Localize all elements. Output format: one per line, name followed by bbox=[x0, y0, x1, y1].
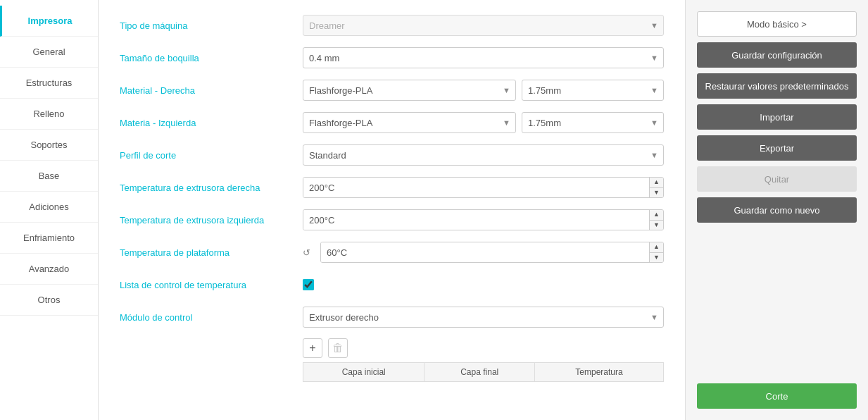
temp-right-input[interactable] bbox=[303, 178, 649, 197]
material-left-type-wrap: Flashforge-PLA Flashforge-ABS Custom ▼ bbox=[303, 112, 516, 133]
save-config-button[interactable]: Guardar configuración bbox=[697, 42, 857, 68]
material-left-control: Flashforge-PLA Flashforge-ABS Custom ▼ 1… bbox=[303, 112, 664, 133]
control-module-label: Módulo de control bbox=[120, 312, 303, 323]
temp-left-input[interactable] bbox=[303, 210, 649, 230]
reset-icon[interactable]: ↺ bbox=[303, 247, 310, 258]
cut-profile-row: Perfil de corte Standard Fine Draft ▼ bbox=[120, 144, 664, 166]
col-capa-final: Capa final bbox=[424, 363, 535, 382]
temp-platform-spin-btns: ▲ ▼ bbox=[649, 242, 663, 262]
cut-profile-control: Standard Fine Draft ▼ bbox=[303, 144, 664, 166]
nozzle-control: 0.4 mm 0.2 mm 0.6 mm 0.8 mm ▼ bbox=[303, 47, 664, 68]
col-capa-inicial: Capa inicial bbox=[303, 363, 424, 382]
material-right-row: Material - Derecha Flashforge-PLA Flashf… bbox=[120, 79, 664, 101]
temp-left-label: Temperatura de extrusora izquierda bbox=[120, 215, 303, 226]
sidebar-item-general[interactable]: General bbox=[0, 37, 98, 68]
machine-type-label: Tipo de máquina bbox=[120, 20, 303, 31]
nozzle-label: Tamaño de boquilla bbox=[120, 53, 303, 63]
temp-right-up-btn[interactable]: ▲ bbox=[650, 178, 663, 188]
sidebar-item-otros[interactable]: Otros bbox=[0, 285, 98, 316]
cut-profile-label: Perfil de corte bbox=[120, 150, 303, 161]
control-module-select-wrap: Extrusor derecho Extrusor izquierdo ▼ bbox=[303, 307, 664, 328]
nozzle-row: Tamaño de boquilla 0.4 mm 0.2 mm 0.6 mm … bbox=[120, 47, 664, 69]
add-row-button[interactable]: + bbox=[303, 338, 322, 358]
temp-right-label: Temperatura de extrusora derecha bbox=[120, 183, 303, 193]
main-content: Tipo de máquina Dreamer ▼ Tamaño de boqu… bbox=[99, 0, 685, 420]
trash-icon: 🗑 bbox=[332, 342, 344, 354]
material-right-selects: Flashforge-PLA Flashforge-ABS Custom ▼ 1… bbox=[303, 80, 664, 101]
sidebar-item-adiciones[interactable]: Adiciones bbox=[0, 192, 98, 223]
sidebar: Impresora General Estructuras Relleno So… bbox=[0, 0, 99, 420]
sidebar-item-estructuras[interactable]: Estructuras bbox=[0, 68, 98, 99]
temp-platform-row: Temperatura de plataforma ↺ ▲ ▼ bbox=[120, 241, 664, 264]
material-left-label: Materia - Izquierda bbox=[120, 118, 303, 128]
material-right-type-select[interactable]: Flashforge-PLA Flashforge-ABS Custom bbox=[303, 80, 516, 101]
temp-platform-control: ↺ ▲ ▼ bbox=[303, 242, 664, 263]
machine-type-select-wrap: Dreamer ▼ bbox=[303, 15, 664, 36]
temp-platform-spinbox: ▲ ▼ bbox=[320, 242, 664, 263]
sidebar-item-enfriamiento[interactable]: Enfriamiento bbox=[0, 223, 98, 254]
material-right-size-select[interactable]: 1.75mm 3.00mm bbox=[522, 80, 664, 101]
nozzle-select[interactable]: 0.4 mm 0.2 mm 0.6 mm 0.8 mm bbox=[303, 47, 664, 68]
material-left-size-select[interactable]: 1.75mm 3.00mm bbox=[522, 112, 664, 133]
sidebar-item-base[interactable]: Base bbox=[0, 161, 98, 192]
temp-control-checkbox[interactable] bbox=[303, 279, 314, 290]
machine-type-row: Tipo de máquina Dreamer ▼ bbox=[120, 14, 664, 37]
cut-profile-select-wrap: Standard Fine Draft ▼ bbox=[303, 144, 664, 166]
temp-control-control bbox=[303, 279, 664, 290]
save-new-button[interactable]: Guardar como nuevo bbox=[697, 197, 857, 223]
machine-type-select[interactable]: Dreamer bbox=[303, 15, 664, 36]
table-controls: + 🗑 bbox=[303, 338, 664, 358]
cut-profile-select[interactable]: Standard Fine Draft bbox=[303, 144, 664, 166]
temperature-table: Capa inicial Capa final Temperatura bbox=[303, 362, 664, 382]
sidebar-item-avanzado[interactable]: Avanzado bbox=[0, 254, 98, 285]
cut-button[interactable]: Corte bbox=[697, 383, 857, 409]
temp-right-spinbox: ▲ ▼ bbox=[303, 177, 664, 198]
temp-platform-input[interactable] bbox=[321, 242, 649, 262]
col-temperatura: Temperatura bbox=[535, 363, 664, 382]
temp-left-up-btn[interactable]: ▲ bbox=[650, 210, 663, 221]
temp-right-spin-btns: ▲ ▼ bbox=[649, 178, 663, 197]
material-left-type-select[interactable]: Flashforge-PLA Flashforge-ABS Custom bbox=[303, 112, 516, 133]
temp-right-control: ▲ ▼ bbox=[303, 177, 664, 198]
material-left-size-wrap: 1.75mm 3.00mm ▼ bbox=[522, 112, 664, 133]
material-left-selects: Flashforge-PLA Flashforge-ABS Custom ▼ 1… bbox=[303, 112, 664, 133]
temp-platform-down-btn[interactable]: ▼ bbox=[650, 253, 663, 263]
temp-right-row: Temperatura de extrusora derecha ▲ ▼ bbox=[120, 176, 664, 199]
temp-platform-up-btn[interactable]: ▲ bbox=[650, 242, 663, 253]
material-right-size-wrap: 1.75mm 3.00mm ▼ bbox=[522, 80, 664, 101]
material-right-type-wrap: Flashforge-PLA Flashforge-ABS Custom ▼ bbox=[303, 80, 516, 101]
import-button[interactable]: Importar bbox=[697, 104, 857, 130]
sidebar-item-relleno[interactable]: Relleno bbox=[0, 99, 98, 130]
temp-left-down-btn[interactable]: ▼ bbox=[650, 221, 663, 230]
material-right-label: Material - Derecha bbox=[120, 85, 303, 96]
temp-control-label: Lista de control de temperatura bbox=[120, 280, 303, 290]
restore-defaults-button[interactable]: Restaurar valores predeterminados bbox=[697, 73, 857, 99]
temp-left-spinbox: ▲ ▼ bbox=[303, 209, 664, 230]
remove-button[interactable]: Quitar bbox=[697, 166, 857, 192]
export-button[interactable]: Exportar bbox=[697, 135, 857, 161]
right-panel: Modo básico > Guardar configuración Rest… bbox=[685, 0, 868, 420]
sidebar-item-impresora[interactable]: Impresora bbox=[0, 6, 98, 37]
delete-row-button[interactable]: 🗑 bbox=[328, 338, 348, 358]
temp-right-down-btn[interactable]: ▼ bbox=[650, 188, 663, 198]
control-module-control: Extrusor derecho Extrusor izquierdo ▼ bbox=[303, 307, 664, 328]
temp-left-control: ▲ ▼ bbox=[303, 209, 664, 230]
material-right-control: Flashforge-PLA Flashforge-ABS Custom ▼ 1… bbox=[303, 80, 664, 101]
material-left-row: Materia - Izquierda Flashforge-PLA Flash… bbox=[120, 111, 664, 134]
sidebar-item-soportes[interactable]: Soportes bbox=[0, 130, 98, 161]
basic-mode-button[interactable]: Modo básico > bbox=[697, 11, 857, 37]
nozzle-select-wrap: 0.4 mm 0.2 mm 0.6 mm 0.8 mm ▼ bbox=[303, 47, 664, 68]
temp-control-row: Lista de control de temperatura bbox=[120, 273, 664, 296]
control-module-select[interactable]: Extrusor derecho Extrusor izquierdo bbox=[303, 307, 664, 328]
temp-left-spin-btns: ▲ ▼ bbox=[649, 210, 663, 230]
control-module-row: Módulo de control Extrusor derecho Extru… bbox=[120, 306, 664, 328]
temp-left-row: Temperatura de extrusora izquierda ▲ ▼ bbox=[120, 209, 664, 231]
machine-type-control: Dreamer ▼ bbox=[303, 15, 664, 36]
temp-platform-label: Temperatura de plataforma bbox=[120, 247, 303, 258]
